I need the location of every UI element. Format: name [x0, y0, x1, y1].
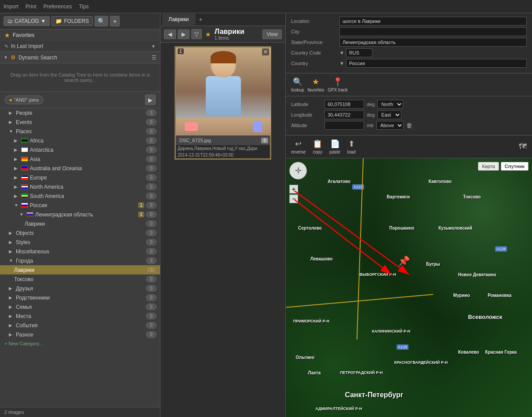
last-import-row[interactable]: ✎ In Last Import ▼	[0, 41, 160, 51]
folders-button[interactable]: 📁 FOLDERS	[51, 16, 93, 26]
tree-item-people[interactable]: ▶ People 3	[0, 108, 160, 117]
tree-item-north-america[interactable]: ▶ North America 0	[0, 182, 160, 191]
rodstvenniki-count[interactable]: 0	[146, 294, 157, 301]
sobytiya-count[interactable]: 0	[146, 322, 157, 329]
tree-item-styles[interactable]: ▶ Styles 0	[0, 238, 160, 247]
country-input[interactable]	[346, 59, 527, 68]
altitude-input[interactable]	[324, 121, 364, 130]
latitude-input[interactable]	[324, 100, 364, 109]
favorites-row[interactable]: ★ Favorites	[0, 29, 160, 41]
gpx-track-button[interactable]: 📍 GPX track	[328, 77, 348, 92]
objects-count[interactable]: 0	[146, 230, 157, 236]
tree-item-africa[interactable]: ▶ Africa 0	[0, 136, 160, 145]
druzya-count[interactable]: 0	[146, 285, 157, 292]
tree-item-goroda[interactable]: ▼ Города 3	[0, 256, 160, 265]
country-dropdown-icon[interactable]: ▼	[339, 61, 344, 66]
nav-forward-button[interactable]: ▶	[178, 29, 189, 39]
russia-count-toggle[interactable]: 0	[146, 202, 157, 208]
map-sputnik-button[interactable]: Спутник	[501, 162, 528, 171]
tree-item-lavriki-city[interactable]: Лаврики 3	[0, 265, 160, 274]
tree-item-misc[interactable]: ▶ Miscellaneous 0	[0, 247, 160, 256]
tree-item-south-america[interactable]: ▶ South America 0	[0, 191, 160, 201]
map-karta-button[interactable]: Карта	[478, 162, 499, 171]
styles-count[interactable]: 0	[146, 239, 157, 245]
reverse-button[interactable]: ↩ reverse	[291, 139, 306, 154]
tree-item-raznoe[interactable]: ▶ Разное 0	[0, 330, 160, 339]
photo-close-button[interactable]: ✕	[262, 48, 269, 55]
and-joins-button[interactable]: ● "AND" joins	[4, 95, 44, 104]
people-count[interactable]: 3	[146, 110, 157, 116]
semya-count[interactable]: 0	[146, 304, 157, 310]
catalog-button[interactable]: 🗂 CATALOG ▼	[4, 16, 50, 26]
altitude-clear-icon[interactable]: 🗑	[406, 122, 412, 129]
events-count[interactable]: 0	[146, 119, 157, 125]
location-input[interactable]	[339, 17, 527, 26]
tree-item-asia[interactable]: ▶ Asia 0	[0, 154, 160, 164]
copy-button[interactable]: 📋 copy	[313, 139, 322, 154]
nav-back-button[interactable]: ◀	[164, 29, 176, 39]
preferences-menu[interactable]: Preferences	[44, 4, 72, 10]
tree-item-events[interactable]: ▶ Events 0	[0, 117, 160, 127]
longitude-input[interactable]	[324, 110, 364, 119]
search-button[interactable]: 🔍	[95, 16, 108, 26]
map-pan-button[interactable]: ✛	[289, 162, 307, 179]
places-count[interactable]: 0	[146, 128, 157, 135]
tree-item-semya[interactable]: ▶ Семья 0	[0, 302, 160, 311]
tab-add-button[interactable]: +	[195, 13, 206, 26]
longitude-dir-select[interactable]: East West	[377, 110, 401, 119]
photo-thumbnail[interactable]: 🎀 DSC_6725.jpg 6 Дарина	[175, 46, 271, 160]
tree-item-rodstvenniki[interactable]: ▶ Родственники 0	[0, 293, 160, 302]
europe-count[interactable]: 0	[146, 174, 157, 181]
altitude-ref-select[interactable]: Above Below	[376, 121, 404, 130]
latitude-dir-select[interactable]: North South	[377, 100, 403, 109]
tips-menu[interactable]: Tips	[79, 4, 88, 10]
toksovo-count[interactable]: 0	[146, 276, 157, 282]
import-menu[interactable]: Import	[4, 4, 18, 10]
south-america-count[interactable]: 0	[146, 193, 157, 199]
ds-menu-icon[interactable]: ☰	[152, 55, 157, 61]
goroda-count[interactable]: 3	[146, 257, 157, 264]
tree-item-australia[interactable]: ▶ Australia and Oceania 0	[0, 164, 160, 173]
map-zoom-out-button[interactable]: −	[289, 194, 298, 203]
city-input[interactable]	[339, 27, 527, 36]
country-code-dropdown-icon[interactable]: ▼	[339, 50, 344, 55]
print-menu[interactable]: Print	[26, 4, 36, 10]
tree-item-druzya[interactable]: ▶ Друзья 0	[0, 284, 160, 293]
tree-item-russia[interactable]: ▼ Россия 1 0	[0, 201, 160, 210]
tree-item-mesta[interactable]: ▶ Места 0	[0, 311, 160, 321]
filter-button[interactable]: ▽	[191, 29, 202, 39]
north-america-count[interactable]: 0	[146, 183, 157, 190]
australia-count[interactable]: 0	[146, 165, 157, 172]
misc-count[interactable]: 0	[146, 248, 157, 255]
country-code-input[interactable]	[346, 48, 372, 57]
paste-button[interactable]: 📄 paste	[329, 139, 340, 154]
map-icon-button[interactable]: 🗺	[519, 142, 527, 151]
tree-item-lavriki-region[interactable]: Лаврики 0	[0, 219, 160, 228]
mesta-count[interactable]: 0	[146, 313, 157, 319]
load-button[interactable]: ⬆ load	[347, 139, 356, 154]
africa-count[interactable]: 0	[146, 137, 157, 144]
antarctica-count[interactable]: 0	[146, 146, 157, 153]
lookup-button[interactable]: 🔍 lookup	[291, 77, 304, 92]
map-container[interactable]: Карта Спутник ✛ + − 📌 Агалатово	[286, 158, 532, 417]
tab-lavriki[interactable]: Лаврики	[162, 14, 195, 25]
tree-item-toksovo[interactable]: Токсово 0	[0, 274, 160, 284]
favorites-gps-button[interactable]: ★ favorites	[307, 77, 324, 92]
map-zoom-in-button[interactable]: +	[289, 185, 298, 194]
tree-item-sobytiya[interactable]: ▶ События 0	[0, 321, 160, 330]
star-rating-icon[interactable]: ★	[204, 29, 213, 39]
play-button[interactable]: ▶	[145, 95, 156, 105]
asia-count[interactable]: 0	[146, 156, 157, 162]
tree-item-leningrad[interactable]: ▼ Ленинградская область 1 0	[0, 210, 160, 219]
leningrad-count-toggle[interactable]: 0	[146, 211, 157, 218]
lavriki-city-count[interactable]: 3	[146, 267, 157, 273]
state-input[interactable]	[339, 38, 527, 47]
tree-item-objects[interactable]: ▶ Objects 0	[0, 228, 160, 238]
raznoe-count[interactable]: 0	[146, 331, 157, 338]
new-category-button[interactable]: + New Category...	[0, 339, 160, 348]
ds-collapse-icon[interactable]: ▼	[4, 55, 8, 60]
tree-item-europe[interactable]: ▶ Europe 0	[0, 173, 160, 182]
add-button[interactable]: +	[110, 16, 120, 26]
lavriki-region-count[interactable]: 0	[146, 220, 157, 227]
tree-item-antarctica[interactable]: ▶ Antarctica 0	[0, 145, 160, 154]
